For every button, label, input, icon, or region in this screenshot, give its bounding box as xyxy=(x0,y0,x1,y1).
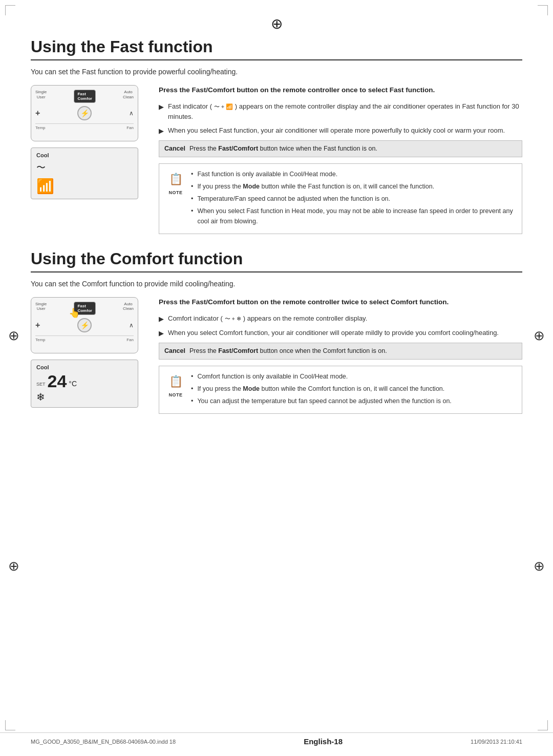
fast-note-bullet-2: • xyxy=(191,181,193,192)
comfort-bullet-1-text: Comfort indicator ( 〜 + ❄ ) appears on t… xyxy=(168,313,367,324)
fast-display-signal: 📶 xyxy=(36,178,133,195)
fast-display-wavy-icon: 〜 xyxy=(36,161,46,174)
fast-note-bullet-3: • xyxy=(191,194,193,204)
fast-note-icon-col: 📋 NOTE xyxy=(165,169,186,228)
comfort-remote-chevron: ∧ xyxy=(129,322,134,329)
fast-bullet-2-text: When you select Fast function, your air … xyxy=(168,125,505,136)
fast-display-icon-row: 〜 xyxy=(36,161,133,174)
corner-mark-tl xyxy=(5,5,15,15)
fast-remote-plus: + xyxy=(35,109,40,118)
footer-left: MG_GOOD_A3050_IB&IM_EN_DB68-04069A-00.in… xyxy=(31,739,176,745)
fast-section-intro: You can set the Fast function to provide… xyxy=(31,68,522,76)
comfort-note-lines: • Comfort function is only available in … xyxy=(191,371,515,408)
comfort-remote-btn-fastcomfort: FastComfor 👆 xyxy=(74,302,95,315)
comfort-section-body: SingleUser FastComfor 👆 AutoClean + ⚡ ∧ … xyxy=(31,297,522,414)
fast-note-box: 📋 NOTE • Fast function is only available… xyxy=(159,163,522,234)
fast-remote-mid-row: + ⚡ ∧ xyxy=(35,106,134,120)
comfort-right-col: Press the Fast/Comfort button on the rem… xyxy=(159,297,522,414)
fast-note-text-4: When you select Fast function in Heat mo… xyxy=(197,206,515,226)
fast-bullet-1-text: Fast indicator ( 〜 + 📶 ) appears on the … xyxy=(168,101,522,121)
fast-section-body: SingleUser FastComfor AutoClean + ⚡ ∧ Te… xyxy=(31,85,522,234)
comfort-cancel-text: Press the Fast/Comfort button once when … xyxy=(189,346,387,356)
side-compass-right-1: ⊕ xyxy=(534,328,545,344)
comfort-remote-temp-label: Temp xyxy=(35,338,46,342)
comfort-section-intro: You can set the Comfort function to prov… xyxy=(31,280,522,288)
fast-bullet-1-arrow: ▶ xyxy=(159,102,164,121)
comfort-remote-bottom-row: Temp Fan xyxy=(35,335,134,342)
comfort-note-book-icon: 📋 xyxy=(169,372,183,390)
fast-section-title: Using the Fast function xyxy=(31,37,522,60)
comfort-remote-plus: + xyxy=(35,321,40,330)
comfort-left-col: SingleUser FastComfor 👆 AutoClean + ⚡ ∧ … xyxy=(31,297,143,414)
comfort-note-bullet-1: • xyxy=(191,371,193,382)
fast-remote-fan-label: Fan xyxy=(126,125,134,130)
corner-mark-bl xyxy=(5,720,15,730)
fast-display-box: Cool 〜 📶 xyxy=(31,148,138,199)
comfort-remote-mid-row: + ⚡ ∧ xyxy=(35,318,134,332)
comfort-note-item-1: • Comfort function is only available in … xyxy=(191,371,515,382)
fast-note-item-3: • Temperature/Fan speed cannot be adjust… xyxy=(191,194,515,204)
comfort-remote-box: SingleUser FastComfor 👆 AutoClean + ⚡ ∧ … xyxy=(31,297,138,353)
fast-cancel-text: Press the Fast/Comfort button twice when… xyxy=(189,144,377,154)
comfort-display-tempunit: °C xyxy=(69,380,77,388)
comfort-bullet-2-text: When you select Comfort function, your a… xyxy=(168,328,499,339)
comfort-display-temp-row: SET 24 °C xyxy=(36,372,133,390)
fast-press-instruction: Press the Fast/Comfort button on the rem… xyxy=(159,85,522,95)
fast-remote-label-autoclean: AutoClean xyxy=(123,90,134,99)
comfort-display-snowflake: ❄ xyxy=(36,391,133,403)
comfort-note-icon-col: 📋 NOTE xyxy=(165,371,186,408)
fast-note-bullet-1: • xyxy=(191,169,193,179)
comfort-note-label: NOTE xyxy=(168,391,182,398)
fast-left-col: SingleUser FastComfor AutoClean + ⚡ ∧ Te… xyxy=(31,85,143,234)
fast-note-bullet-4: • xyxy=(191,206,193,226)
fast-remote-label-single: SingleUser xyxy=(35,90,47,99)
comfort-finger-icon: 👆 xyxy=(69,307,80,319)
comfort-remote-top-row: SingleUser FastComfor 👆 AutoClean xyxy=(35,302,134,315)
comfort-snowflake-icon: ❄ xyxy=(36,391,45,403)
fast-note-item-2: • If you press the Mode button while the… xyxy=(191,181,515,192)
fast-note-text-1: Fast function is only available in Cool/… xyxy=(197,169,337,179)
fast-remote-box: SingleUser FastComfor AutoClean + ⚡ ∧ Te… xyxy=(31,85,138,141)
fast-note-label: NOTE xyxy=(168,189,182,196)
corner-mark-tr xyxy=(538,5,548,15)
footer: MG_GOOD_A3050_IB&IM_EN_DB68-04069A-00.in… xyxy=(0,732,553,746)
fast-remote-btn-fastcomfort: FastComfor xyxy=(74,90,95,103)
comfort-bullet-1-arrow: ▶ xyxy=(159,314,164,324)
fast-remote-top-row: SingleUser FastComfor AutoClean xyxy=(35,90,134,103)
comfort-section: Using the Comfort function You can set t… xyxy=(31,249,522,414)
footer-right: 11/09/2013 21:10:41 xyxy=(471,739,522,745)
fast-note-item-4: • When you select Fast function in Heat … xyxy=(191,206,515,226)
comfort-note-item-3: • You can adjust the temperature but fan… xyxy=(191,396,515,406)
fast-note-lines: • Fast function is only available in Coo… xyxy=(191,169,515,228)
comfort-note-text-2: If you press the Mode button while the C… xyxy=(197,384,444,394)
fast-note-item-1: • Fast function is only available in Coo… xyxy=(191,169,515,179)
fast-signal-bars: 📶 xyxy=(36,178,54,194)
fast-note-text-3: Temperature/Fan speed cannot be adjusted… xyxy=(197,194,390,204)
comfort-cancel-box: Cancel Press the Fast/Comfort button onc… xyxy=(159,343,522,360)
comfort-bullet-2-arrow: ▶ xyxy=(159,328,164,339)
comfort-display-cool: Cool xyxy=(36,364,133,370)
comfort-note-bullet-3: • xyxy=(191,396,193,406)
comfort-press-instruction: Press the Fast/Comfort button on the rem… xyxy=(159,297,522,307)
comfort-display-set: SET xyxy=(36,382,46,387)
fast-section: Using the Fast function You can set the … xyxy=(31,37,522,234)
fast-bullet-2-arrow: ▶ xyxy=(159,126,164,136)
comfort-note-text-1: Comfort function is only available in Co… xyxy=(197,371,348,382)
fast-note-book-icon: 📋 xyxy=(169,170,183,188)
comfort-note-bullet-2: • xyxy=(191,384,193,394)
fast-display-cool: Cool xyxy=(36,152,133,158)
comfort-section-title: Using the Comfort function xyxy=(31,249,522,272)
fast-remote-bottom-row: Temp Fan xyxy=(35,123,134,130)
comfort-remote-circle: ⚡ xyxy=(77,318,92,332)
comfort-bullet-1: ▶ Comfort indicator ( 〜 + ❄ ) appears on… xyxy=(159,313,522,324)
comfort-display-box: Cool SET 24 °C ❄ xyxy=(31,360,138,408)
fast-cancel-label: Cancel xyxy=(164,144,185,154)
comfort-cancel-label: Cancel xyxy=(164,346,185,356)
fast-bullet-2: ▶ When you select Fast function, your ai… xyxy=(159,125,522,136)
side-compass-left-1: ⊕ xyxy=(8,328,19,344)
comfort-bullet-2: ▶ When you select Comfort function, your… xyxy=(159,328,522,339)
fast-right-col: Press the Fast/Comfort button on the rem… xyxy=(159,85,522,234)
fast-cancel-box: Cancel Press the Fast/Comfort button twi… xyxy=(159,140,522,157)
comfort-note-box: 📋 NOTE • Comfort function is only availa… xyxy=(159,366,522,414)
comfort-remote-label-single: SingleUser xyxy=(35,302,47,311)
